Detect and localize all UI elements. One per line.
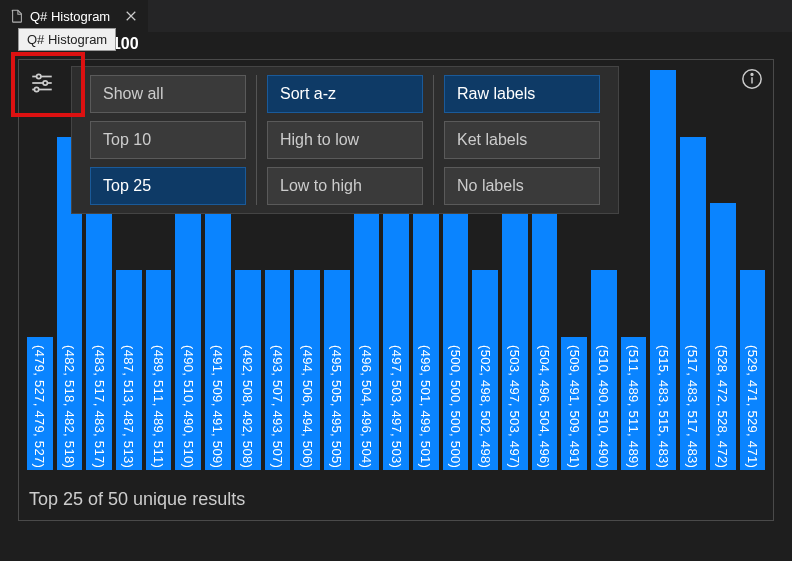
filter-col-sort: Sort a-zHigh to lowLow to high — [256, 75, 433, 205]
bar-slot: (494, 506, 494, 506) — [294, 270, 320, 470]
filter-button[interactable]: No labels — [444, 167, 600, 205]
histogram-panel: Show allTop 10Top 25 Sort a-zHigh to low… — [18, 59, 774, 521]
bar-slot: (517, 483, 517, 483) — [680, 137, 706, 470]
bar-slot: (515, 483, 515, 483) — [650, 70, 676, 470]
bar-slot: (492, 508, 492, 508) — [235, 270, 261, 470]
bar-slot: (511, 489, 511, 489) — [621, 337, 647, 470]
tab-title: Q# Histogram — [30, 9, 110, 24]
bar-slot: (479, 527, 479, 527) — [27, 337, 53, 470]
bar-label: (499, 501, 499, 501) — [418, 345, 433, 468]
filter-panel: Show allTop 10Top 25 Sort a-zHigh to low… — [71, 66, 619, 214]
settings-button[interactable] — [25, 66, 59, 100]
bar-label: (504, 496, 504, 496) — [537, 345, 552, 468]
bar-label: (490, 510, 490, 510) — [181, 345, 196, 468]
close-icon[interactable] — [124, 9, 138, 23]
bar-label: (517, 483, 517, 483) — [685, 345, 700, 468]
bar-slot: (483, 517, 483, 517) — [86, 203, 112, 470]
filter-col-count: Show allTop 10Top 25 — [80, 75, 256, 205]
bar-slot: (495, 505, 495, 505) — [324, 270, 350, 470]
bar-slot: (493, 507, 493, 507) — [265, 270, 291, 470]
tab-bar: Q# Histogram — [0, 0, 792, 32]
bar-slot: (499, 501, 499, 501) — [413, 203, 439, 470]
filter-button[interactable]: High to low — [267, 121, 423, 159]
bar-label: (496, 504, 496, 504) — [359, 345, 374, 468]
bar-slot: (509, 491, 509, 491) — [561, 337, 587, 470]
bar-slot: (487, 513, 487, 513) — [116, 270, 142, 470]
filter-button[interactable]: Low to high — [267, 167, 423, 205]
filter-button[interactable]: Top 25 — [90, 167, 246, 205]
total-shots-label: Total shots: 100 — [0, 32, 792, 59]
bar-label: (502, 498, 502, 498) — [478, 345, 493, 468]
bar-label: (494, 506, 494, 506) — [300, 345, 315, 468]
bar-label: (503, 497, 503, 497) — [507, 345, 522, 468]
bar-label: (510, 490, 510, 490) — [596, 345, 611, 468]
bar-label: (482, 518, 482, 518) — [62, 345, 77, 468]
svg-point-5 — [34, 87, 38, 91]
bar-label: (493, 507, 493, 507) — [270, 345, 285, 468]
bar-label: (515, 483, 515, 483) — [656, 345, 671, 468]
bar-label: (528, 472, 528, 472) — [715, 345, 730, 468]
svg-point-1 — [37, 74, 41, 78]
filter-button[interactable]: Raw labels — [444, 75, 600, 113]
bar-slot: (500, 500, 500, 500) — [443, 203, 469, 470]
bar-label: (529, 471, 529, 471) — [745, 345, 760, 468]
filter-button[interactable]: Show all — [90, 75, 246, 113]
bar-slot: (489, 511, 489, 511) — [146, 270, 172, 470]
file-icon — [10, 9, 24, 23]
filter-button[interactable]: Ket labels — [444, 121, 600, 159]
filter-col-labels: Raw labelsKet labelsNo labels — [433, 75, 610, 205]
bar-label: (509, 491, 509, 491) — [567, 345, 582, 468]
bar-label: (489, 511, 489, 511) — [151, 345, 166, 468]
bar-label: (487, 513, 487, 513) — [121, 345, 136, 468]
bar-label: (511, 489, 511, 489) — [626, 345, 641, 468]
bar-label: (492, 508, 492, 508) — [240, 345, 255, 468]
bar-slot: (490, 510, 490, 510) — [175, 203, 201, 470]
bar-label: (500, 500, 500, 500) — [448, 345, 463, 468]
svg-point-3 — [43, 81, 47, 85]
bar-label: (479, 527, 479, 527) — [32, 345, 47, 468]
bar-slot: (529, 471, 529, 471) — [740, 270, 766, 470]
bar-label: (491, 509, 491, 509) — [210, 345, 225, 468]
bar-slot: (528, 472, 528, 472) — [710, 203, 736, 470]
filter-button[interactable]: Sort a-z — [267, 75, 423, 113]
filter-button[interactable]: Top 10 — [90, 121, 246, 159]
bar-label: (483, 517, 483, 517) — [92, 345, 107, 468]
svg-point-8 — [751, 74, 753, 76]
tab-tooltip: Q# Histogram — [18, 28, 116, 51]
result-count-label: Top 25 of 50 unique results — [29, 489, 245, 510]
bar-label: (495, 505, 495, 505) — [329, 345, 344, 468]
bar-label: (497, 503, 497, 503) — [389, 345, 404, 468]
bar-slot: (497, 503, 497, 503) — [383, 203, 409, 470]
bar-slot: (502, 498, 502, 498) — [472, 270, 498, 470]
info-button[interactable] — [741, 68, 763, 90]
bar-slot: (510, 490, 510, 490) — [591, 270, 617, 470]
